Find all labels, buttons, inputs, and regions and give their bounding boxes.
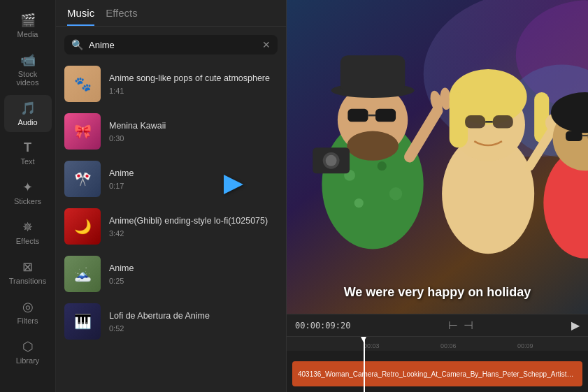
ruler-mark-00-09: 00:09 [517,342,533,349]
track-item[interactable]: 🎀 Menina Kawaii 0:30 [56,108,286,155]
svg-point-8 [354,198,364,208]
track-duration: 0:30 [109,134,278,143]
track-info: Anime song-like pops of cute atmosphere … [109,73,278,96]
sidebar-label: Transitions [9,277,46,285]
play-button[interactable]: ▶ [571,319,580,332]
track-title: Anime [109,168,278,180]
track-title: Anime song-like pops of cute atmosphere [109,73,278,85]
svg-rect-25 [450,92,468,147]
stock-videos-icon: 📹 [20,52,36,68]
transitions-icon: ⊠ [22,259,33,275]
sidebar-label: Media [17,30,38,38]
track-duration: 0:17 [109,182,278,190]
preview-image: We were very happy on holiday [287,0,588,314]
filters-icon: ◎ [22,299,34,314]
track-title: Anime [109,263,278,275]
track-item[interactable]: 🎹 Lofi de Abertura de Anime 0:52 [56,298,286,345]
track-duration: 1:41 [109,87,278,95]
sidebar-label: Effects [16,237,39,245]
preview-area: We were very happy on holiday [287,0,588,314]
time-display: 00:00:09:20 [295,321,350,331]
svg-rect-11 [347,109,368,122]
sidebar-item-transitions[interactable]: ⊠ Transitions [4,254,52,291]
timeline-controls: 00:00:09:20 ⊢ ⊣ ▶ [287,314,588,336]
svg-point-18 [326,155,337,166]
audio-panel: Music Effects 🔍 ✕ 🐾 Anime song-like pops… [56,0,287,392]
track-thumbnail: 🎹 [64,303,101,340]
track-thumbnail: 🗻 [64,256,101,292]
svg-rect-28 [493,115,513,128]
trim-end-handle[interactable]: ⊣ [464,319,473,332]
media-icon: 🎬 [20,13,36,28]
sidebar-label: Text [20,157,34,166]
track-title: Anime(Ghibli) ending-style lo-fi(1025075… [109,215,278,228]
subtitle-bar: We were very happy on holiday [287,285,588,300]
svg-rect-12 [375,109,396,122]
sidebar-item-media[interactable]: 🎬 Media [4,7,52,44]
track-item[interactable]: 🎌 Anime 0:17 [56,155,286,203]
track-thumbnail: 🐾 [64,66,101,102]
sidebar-item-text[interactable]: T Text [4,135,52,171]
ruler-mark-00-06: 00:06 [440,342,457,349]
sidebar: 🎬 Media 📹 Stock videos 🎵 Audio T Text ✦ … [0,0,56,392]
sidebar-item-filters[interactable]: ◎ Filters [4,293,52,331]
track-info: Lofi de Abertura de Anime 0:52 [109,310,278,333]
svg-point-10 [347,131,399,161]
sidebar-label: Library [16,356,40,365]
subtitle-text: We were very happy on holiday [344,285,531,299]
search-bar: 🔍 ✕ [64,35,278,55]
track-thumbnail: 🎀 [64,113,101,150]
track-duration: 0:25 [109,277,278,285]
sidebar-label: Filters [17,317,38,325]
tab-effects[interactable]: Effects [106,7,138,26]
svg-rect-27 [465,115,485,128]
sidebar-item-stickers[interactable]: ✦ Stickers [4,174,52,211]
track-list: 🐾 Anime song-like pops of cute atmospher… [56,60,286,392]
playhead-line[interactable] [364,337,365,392]
sidebar-item-effects[interactable]: ✵ Effects [4,214,52,251]
track-thumbnail: 🎌 [64,161,101,197]
search-icon: 🔍 [71,39,83,50]
svg-rect-15 [340,55,405,92]
sidebar-item-audio[interactable]: 🎵 Audio [4,95,52,132]
effects-icon: ✵ [22,219,33,235]
track-item[interactable]: 🐾 Anime song-like pops of cute atmospher… [56,60,286,108]
timeline-ruler: 00:03 00:06 00:09 [287,337,588,351]
stickers-icon: ✦ [22,180,33,195]
library-icon: ⬡ [22,339,34,354]
sidebar-label: Stickers [14,197,41,205]
video-track-label: 403136_Woman_Camera_Retro_Looking_At_Cam… [298,370,577,378]
track-info: Anime 0:25 [109,263,278,286]
sidebar-label: Stock videos [7,70,49,87]
trim-start-handle[interactable]: ⊢ [448,319,458,332]
search-input[interactable] [89,40,257,50]
track-item[interactable]: 🌙 Anime(Ghibli) ending-style lo-fi(10250… [56,203,286,250]
svg-point-7 [389,187,402,200]
track-info: Anime(Ghibli) ending-style lo-fi(1025075… [109,215,278,238]
sidebar-label: Audio [17,118,37,126]
track-info: Menina Kawaii 0:30 [109,120,278,143]
track-thumbnail: 🌙 [64,208,101,245]
text-icon: T [24,140,31,155]
right-area: We were very happy on holiday 00:00:09:2… [287,0,588,392]
sidebar-item-library[interactable]: ⬡ Library [4,333,52,370]
track-duration: 0:52 [109,324,278,333]
tab-music[interactable]: Music [67,7,94,26]
svg-rect-35 [566,131,582,142]
panel-tabs: Music Effects [56,0,286,27]
video-track[interactable]: 403136_Woman_Camera_Retro_Looking_At_Cam… [292,361,582,386]
ruler-mark-00-03: 00:03 [364,342,380,349]
track-item[interactable]: 🗻 Anime 0:25 [56,250,286,298]
sidebar-item-stock-videos[interactable]: 📹 Stock videos [4,47,52,92]
search-clear-button[interactable]: ✕ [262,39,271,50]
track-title: Menina Kawaii [109,120,278,133]
audio-icon: 🎵 [20,101,36,116]
svg-point-6 [378,161,387,170]
track-duration: 3:42 [109,229,278,238]
track-info: Anime 0:17 [109,168,278,191]
track-title: Lofi de Abertura de Anime [109,310,278,323]
timeline-area: 00:03 00:06 00:09 403136_Woman_Camera_Re… [287,336,588,392]
